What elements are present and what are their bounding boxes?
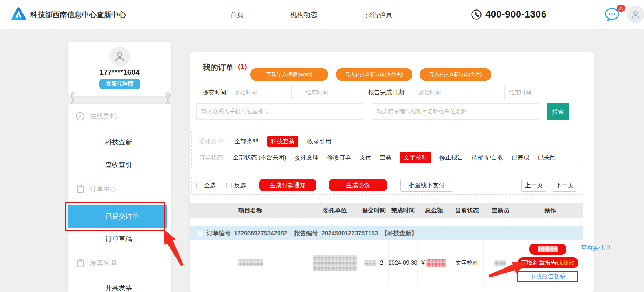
- col-status: 当前状态: [450, 206, 484, 215]
- clipboard-icon: [75, 184, 85, 194]
- sidebar-item-issue-invoice[interactable]: 开具发票: [105, 283, 132, 292]
- report-end-input[interactable]: [504, 85, 569, 100]
- status-option-all[interactable]: 全部状态 (不含关闭): [233, 154, 286, 162]
- user-avatar[interactable]: [627, 6, 644, 23]
- divider: [68, 128, 171, 128]
- nav-report-verify[interactable]: 报告验真: [360, 0, 398, 29]
- status-option-revise[interactable]: 修正报告: [439, 154, 463, 162]
- submit-start-input[interactable]: [230, 85, 292, 100]
- status-option-proofread-active[interactable]: 文字校对: [400, 152, 431, 163]
- user-phone: 177****1604: [68, 68, 171, 76]
- hotline: 400-900-1306: [471, 0, 546, 29]
- prev-page-button[interactable]: 上一页: [521, 179, 546, 192]
- download-template-button[interactable]: 下载导入模板(word): [250, 68, 328, 81]
- hotline-number: 400-900-1306: [485, 9, 546, 20]
- table-header: 项目名称 委托单位 提交时间 完成时间 总金额 当前状态 查新员 操作: [190, 203, 583, 218]
- redacted-action-button[interactable]: [529, 244, 566, 255]
- cell-submit-time: -2: [359, 240, 389, 286]
- submit-end-input[interactable]: [301, 85, 363, 100]
- sidebar-item-novelty-search[interactable]: 科技查新: [105, 138, 132, 147]
- search-button[interactable]: 搜索: [547, 103, 569, 120]
- status-filter-row: 订单状态: 全部状态 (不含关闭) 委托受理 修改订单 支付 查新 文字校对 修…: [199, 152, 556, 163]
- currency-symbol: ¥: [421, 260, 425, 266]
- sidebar-item-citation-search[interactable]: 查收查引: [105, 160, 132, 169]
- redacted-amount: [426, 259, 446, 267]
- sidebar-avatar: [109, 46, 130, 67]
- select-all-checkbox[interactable]: [196, 183, 201, 188]
- type-filter-row: 委托类型: 全部类型 科技查新 收录引用: [199, 136, 331, 147]
- col-finish-time: 完成时间: [389, 206, 418, 215]
- circle-swirl-icon: [75, 111, 85, 121]
- top-header: 科技部西南信息中心查新中心 首页 机构动态 报告验真 400-900-1306 …: [0, 0, 644, 29]
- order-no: 1726669275342982: [234, 230, 287, 237]
- nav-agency-news[interactable]: 机构动态: [283, 0, 325, 29]
- user-role-badge: 查新代理商: [99, 79, 140, 89]
- view-commission-link[interactable]: 查看委托单: [581, 244, 611, 252]
- get-stamped-report-button[interactable]: 获取红章报告或修改: [518, 257, 578, 268]
- order-group-header: 订单编号 1726669275342982 报告编号 2024500127375…: [190, 226, 583, 240]
- cell-searcher: [484, 240, 517, 286]
- or-modify-label: 或修改: [557, 259, 575, 266]
- cell-actions: 获取红章报告或修改 下载报告初稿 查看委托单: [517, 240, 583, 286]
- menu-section-label: 发票管理: [90, 259, 117, 268]
- brand-logo-icon: [11, 6, 27, 23]
- brand-title: 科技部西南信息中心查新中心: [30, 0, 126, 29]
- col-project-name: 项目名称: [190, 206, 310, 215]
- order-search-input[interactable]: [372, 103, 539, 120]
- dash-separator: -: [295, 85, 297, 100]
- batch-offline-pay-button[interactable]: 批量线下支付: [400, 179, 453, 192]
- sidebar-menu: 在线委托 科技查新 查收查引 订单中心 已提交订单 订单草稿 发票管理 开具发票: [68, 104, 171, 292]
- submit-time-suffix: -2: [378, 260, 383, 266]
- redacted-project-name: [238, 259, 263, 266]
- contact-search-input[interactable]: [196, 103, 363, 120]
- report-start-input[interactable]: [414, 85, 474, 100]
- download-draft-link[interactable]: 下载报告初稿: [517, 271, 578, 282]
- status-option-modify[interactable]: 修改订单: [327, 154, 351, 162]
- cell-status: 文字校对: [450, 240, 484, 286]
- invert-select-checkbox[interactable]: [226, 183, 232, 188]
- page-title: 我的订单: [203, 62, 233, 73]
- menu-section-label: 订单中心: [90, 185, 117, 194]
- status-option-done[interactable]: 已完成: [512, 154, 530, 162]
- orders-panel: 我的订单 (1) 下载导入模板(word) 导入科技查新订单(文件夹) 导入科技…: [190, 52, 594, 292]
- order-type-tag: 【科技查新】: [381, 229, 417, 237]
- type-filter-label: 委托类型:: [199, 137, 225, 145]
- select-all-label: 全选: [204, 181, 216, 189]
- import-order-folder-button[interactable]: 导入科技查新订单(文件夹): [336, 68, 412, 81]
- status-option-pay[interactable]: 支付: [359, 154, 371, 162]
- order-checkbox[interactable]: [198, 231, 203, 236]
- menu-section-label: 在线委托: [90, 112, 117, 121]
- chat-button[interactable]: 85: [604, 8, 620, 22]
- type-option-all[interactable]: 全部类型: [234, 137, 258, 145]
- cell-finish-time: 2024-09-30: [389, 240, 418, 286]
- status-option-accepted[interactable]: 委托受理: [295, 154, 319, 162]
- next-page-button[interactable]: 下一页: [552, 179, 577, 192]
- nav-home[interactable]: 首页: [225, 0, 249, 29]
- generate-pay-notice-button[interactable]: 生成付款通知: [259, 179, 316, 191]
- col-submit-time: 提交时间: [359, 206, 389, 215]
- col-searcher: 查新员: [484, 206, 517, 215]
- dash-separator: -: [491, 85, 493, 100]
- generate-agreement-button[interactable]: 生成协议: [329, 179, 387, 191]
- submit-time-label: 提交时间:: [203, 85, 228, 100]
- divider: [68, 276, 171, 276]
- import-order-file-button[interactable]: 导入科技查新订单(文件): [420, 68, 491, 81]
- sidebar-item-order-drafts[interactable]: 订单草稿: [105, 235, 132, 244]
- status-option-mail[interactable]: 待邮寄/自取: [472, 154, 503, 162]
- status-filter-label: 订单状态:: [199, 154, 225, 162]
- status-option-closed[interactable]: 已关闭: [538, 154, 556, 162]
- cell-client-unit: [310, 240, 359, 286]
- sidebar-item-submitted-orders[interactable]: 已提交订单: [68, 205, 167, 228]
- filter-box: 委托类型: 全部类型 科技查新 收录引用 订单状态: 全部状态 (不含关闭) 委…: [191, 130, 582, 168]
- clipboard-icon: [75, 259, 85, 268]
- notification-badge: 85: [617, 5, 625, 12]
- redacted-action-label: [538, 246, 558, 252]
- finish-time: 2024-09-30: [389, 259, 417, 267]
- invert-select-label: 反选: [234, 181, 246, 189]
- status-option-search[interactable]: 查新: [380, 154, 392, 162]
- type-option-novelty-active[interactable]: 科技查新: [267, 136, 298, 147]
- report-no-label: 报告编号: [294, 229, 318, 237]
- user-card: 177****1604 查新代理商: [68, 42, 171, 96]
- type-option-citation[interactable]: 收录引用: [307, 137, 331, 145]
- table-row: -2 2024-09-30 ¥ 文字校对 获取红章报告或修改 下载报告初稿: [190, 240, 583, 286]
